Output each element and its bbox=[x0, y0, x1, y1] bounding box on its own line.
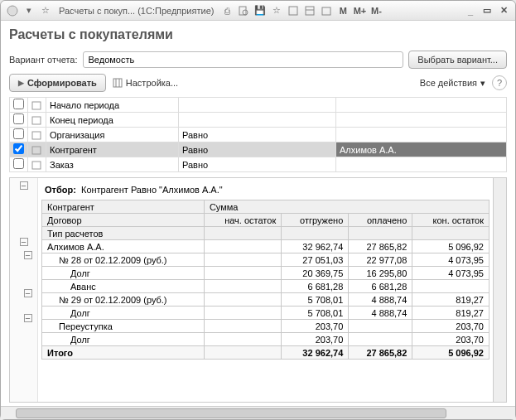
all-actions-menu[interactable]: Все действия ▾ bbox=[420, 78, 485, 89]
horizontal-scrollbar[interactable] bbox=[1, 406, 515, 419]
filter-row[interactable]: ЗаказРавно bbox=[10, 157, 507, 172]
tree-collapse-node[interactable]: − bbox=[24, 251, 32, 259]
filter-row[interactable]: ОрганизацияРавно bbox=[10, 128, 507, 142]
col-header: нач. остаток bbox=[204, 214, 281, 227]
cell: 819,27 bbox=[412, 307, 489, 320]
cell: 4 888,74 bbox=[349, 307, 412, 320]
filter-icon bbox=[28, 128, 46, 142]
table-row[interactable]: Долг203,70203,70 bbox=[42, 333, 489, 346]
cell: 203,70 bbox=[282, 320, 349, 333]
row-name: Долг bbox=[42, 307, 205, 320]
favorite-icon[interactable]: ☆ bbox=[270, 4, 283, 17]
col-header: оплачено bbox=[349, 214, 412, 227]
mem-mminus-button[interactable]: M- bbox=[369, 4, 383, 17]
report-body: Отбор: Контрагент Равно "Алхимов А.А." К… bbox=[38, 178, 493, 402]
vertical-scrollbar[interactable] bbox=[493, 178, 506, 402]
row-name: № 28 от 02.12.2009 (руб.) bbox=[42, 253, 205, 267]
settings-icon bbox=[113, 78, 123, 88]
svg-point-2 bbox=[243, 10, 248, 15]
calculator-icon[interactable] bbox=[303, 4, 316, 17]
mem-m-button[interactable]: M bbox=[335, 4, 350, 17]
cell: 819,27 bbox=[412, 293, 489, 307]
cell bbox=[412, 280, 489, 293]
filter-condition bbox=[179, 113, 336, 128]
filter-value[interactable]: Алхимов А.А. bbox=[336, 142, 507, 157]
scrollbar-thumb[interactable] bbox=[16, 408, 446, 418]
save-icon[interactable]: 💾 bbox=[253, 4, 267, 17]
filter-row[interactable]: Конец периода bbox=[10, 113, 507, 128]
filter-row[interactable]: КонтрагентРавноАлхимов А.А. bbox=[10, 142, 507, 157]
filter-checkbox[interactable] bbox=[13, 128, 24, 139]
filter-checkbox[interactable] bbox=[13, 143, 24, 154]
cell: 32 962,74 bbox=[282, 240, 349, 253]
table-row[interactable]: № 28 от 02.12.2009 (руб.)27 051,0322 977… bbox=[42, 253, 489, 267]
variant-input[interactable] bbox=[83, 51, 404, 68]
filter-value[interactable] bbox=[336, 157, 507, 172]
dropdown-icon[interactable]: ▾ bbox=[22, 4, 36, 17]
svg-rect-11 bbox=[32, 117, 41, 124]
tree-collapse-node[interactable]: − bbox=[20, 181, 28, 190]
print-icon[interactable]: ⎙ bbox=[220, 4, 234, 17]
cell: 5 708,01 bbox=[282, 293, 349, 307]
restore-button[interactable]: ▭ bbox=[480, 4, 494, 17]
star-icon[interactable]: ☆ bbox=[39, 4, 52, 17]
filter-checkbox[interactable] bbox=[13, 113, 24, 124]
run-report-button[interactable]: ▶Сформировать bbox=[9, 74, 106, 92]
minimize-button[interactable]: _ bbox=[463, 4, 478, 17]
filter-name: Конец периода bbox=[46, 113, 179, 128]
row-name: Долг bbox=[42, 333, 205, 346]
cell bbox=[349, 333, 412, 346]
table-row[interactable]: Долг5 708,014 888,74819,27 bbox=[42, 307, 489, 320]
filter-name: Организация bbox=[46, 128, 179, 142]
app-icon bbox=[6, 4, 19, 17]
cell: 20 369,75 bbox=[282, 267, 349, 280]
filter-value[interactable] bbox=[336, 128, 507, 142]
cell: 27 865,82 bbox=[349, 240, 412, 253]
cell: 16 295,80 bbox=[349, 267, 412, 280]
row-name: № 29 от 02.12.2009 (руб.) bbox=[42, 293, 205, 307]
table-row[interactable]: Долг20 369,7516 295,804 073,95 bbox=[42, 267, 489, 280]
cell: 5 096,92 bbox=[412, 240, 489, 253]
svg-rect-14 bbox=[32, 162, 41, 169]
filter-value[interactable] bbox=[336, 113, 507, 128]
calendar-icon[interactable] bbox=[320, 4, 333, 17]
titlebar: ▾ ☆ Расчеты с покуп... (1С:Предприятие) … bbox=[1, 1, 515, 21]
mem-mplus-button[interactable]: M+ bbox=[352, 4, 367, 17]
cell bbox=[204, 280, 281, 293]
history-icon[interactable] bbox=[287, 4, 300, 17]
filters-table: Начало периодаКонец периодаОрганизацияРа… bbox=[9, 97, 507, 172]
filter-value[interactable] bbox=[336, 98, 507, 113]
cell bbox=[204, 333, 281, 346]
tree-collapse-node[interactable]: − bbox=[20, 238, 28, 246]
svg-point-0 bbox=[7, 6, 17, 16]
preview-icon[interactable] bbox=[237, 4, 250, 17]
tree-collapse-node[interactable]: − bbox=[24, 289, 32, 297]
filter-condition: Равно bbox=[179, 142, 336, 157]
data-table: Контрагент Сумма Договор нач. остаток от… bbox=[41, 200, 489, 360]
cell bbox=[204, 240, 281, 253]
col-header: кон. остаток bbox=[412, 214, 489, 227]
table-row[interactable]: № 29 от 02.12.2009 (руб.)5 708,014 888,7… bbox=[42, 293, 489, 307]
filter-checkbox[interactable] bbox=[13, 158, 24, 169]
close-button[interactable]: ✕ bbox=[496, 4, 511, 17]
filter-icon bbox=[28, 157, 46, 172]
table-row[interactable]: Переуступка203,70203,70 bbox=[42, 320, 489, 333]
svg-rect-7 bbox=[113, 79, 122, 87]
help-button[interactable]: ? bbox=[492, 75, 507, 90]
cell: 6 681,28 bbox=[282, 280, 349, 293]
table-row[interactable]: Аванс6 681,286 681,28 bbox=[42, 280, 489, 293]
report-area: − − − − − Отбор: Контрагент Равно "Алхим… bbox=[9, 177, 507, 403]
table-row[interactable]: Алхимов А.А.32 962,7427 865,825 096,92 bbox=[42, 240, 489, 253]
cell: 4 073,95 bbox=[412, 253, 489, 267]
row-name: Долг bbox=[42, 267, 205, 280]
tree-collapse-node[interactable]: − bbox=[24, 314, 32, 322]
app-window: ▾ ☆ Расчеты с покуп... (1С:Предприятие) … bbox=[0, 0, 516, 420]
col-header: отгружено bbox=[282, 214, 349, 227]
cell: 6 681,28 bbox=[349, 280, 412, 293]
filter-checkbox[interactable] bbox=[13, 99, 24, 109]
content-area: Расчеты с покупателями Вариант отчета: В… bbox=[1, 21, 515, 406]
choose-variant-button[interactable]: Выбрать вариант... bbox=[408, 51, 507, 69]
filter-row[interactable]: Начало периода bbox=[10, 98, 507, 113]
toolbar: ▶Сформировать Настройка... Все действия … bbox=[9, 74, 507, 92]
settings-link[interactable]: Настройка... bbox=[113, 78, 178, 88]
